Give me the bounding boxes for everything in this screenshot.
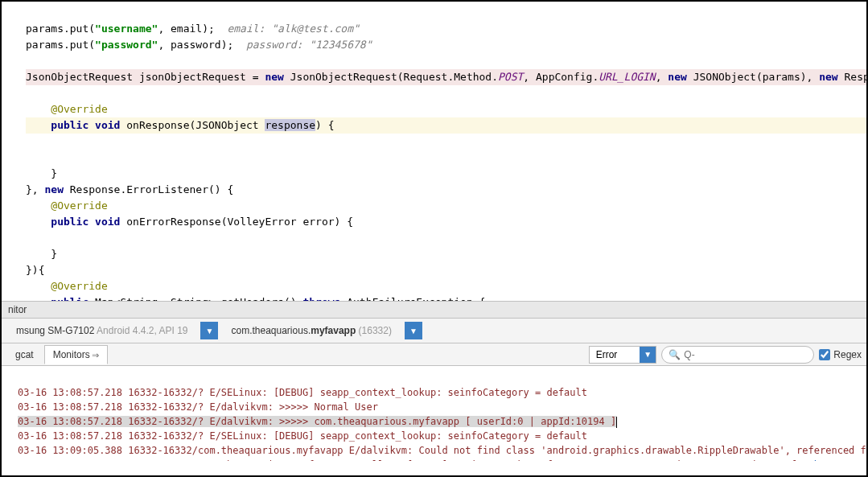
log-line: 03-16 13:08:57.218 16332-16332/? E/SELin… [18,387,587,398]
device-selector-label[interactable]: msung SM-G7102 Android 4.4.2, API 19 [8,323,195,339]
code-editor[interactable]: params.put("username", email); email: "a… [2,2,866,301]
log-level-select[interactable]: Error ▼ [589,346,657,364]
tab-logcat[interactable]: gcat [6,345,43,364]
chevron-down-icon: ▼ [640,347,656,363]
code-line: } [26,248,57,260]
tab-monitors[interactable]: Monitors⇗ [44,345,108,364]
code-line [26,55,32,67]
panel-title: nitor [2,301,866,319]
code-line: }, new Response.ErrorListener() { [26,183,233,195]
logcat-output[interactable]: 03-16 13:08:57.218 16332-16332/? E/SELin… [2,366,866,461]
pin-icon: ⇗ [88,348,101,361]
code-line [26,232,32,244]
log-search-box[interactable]: 🔍 [661,346,814,364]
log-line: 03-16 13:09:05.388 16332-16332/com.theaq… [18,445,866,456]
code-line: public void onErrorResponse(VolleyError … [26,216,353,228]
code-line-highlighted: public void onResponse(JSONObject respon… [26,117,866,134]
code-line: @Override [26,103,108,115]
code-line [26,151,32,163]
code-line: } [26,167,57,179]
code-line: @Override [26,280,108,292]
regex-checkbox-input[interactable] [819,349,830,360]
logcat-tabs: gcat Monitors⇗ Error ▼ 🔍 Regex [2,343,866,366]
log-search-input[interactable] [684,349,807,360]
log-line: 03-16 13:08:57.218 16332-16332/? E/SELin… [18,430,587,442]
app-selector-label[interactable]: com.theaquarious.myfavapp (16332) [223,323,399,339]
log-line: 03-16 13:12:39.048 16332-19735/com.theaq… [18,459,866,461]
log-url-link[interactable]: http://api. [814,459,866,461]
search-icon: 🔍 [668,349,681,360]
code-line: params.put("password", password); passwo… [26,39,372,51]
app-dropdown-button[interactable]: ▼ [405,322,422,339]
code-line: public Map<String, String> getHeaders() … [26,296,485,301]
code-line-highlighted: JsonObjectRequest jsonObjectRequest = ne… [26,69,866,85]
code-line: @Override [26,199,108,212]
code-line: }){ [26,264,44,276]
device-dropdown-button[interactable]: ▼ [200,322,218,339]
code-line: params.put("username", email); email: "a… [26,23,360,35]
regex-label: Regex [833,349,862,360]
log-line: 03-16 13:08:57.218 16332-16332/? E/dalvi… [18,401,378,413]
regex-checkbox[interactable]: Regex [819,349,862,360]
device-toolbar: msung SM-G7102 Android 4.4.2, API 19 ▼ c… [2,319,866,343]
log-line-selected: 03-16 13:08:57.218 16332-16332/? E/dalvi… [18,416,617,427]
